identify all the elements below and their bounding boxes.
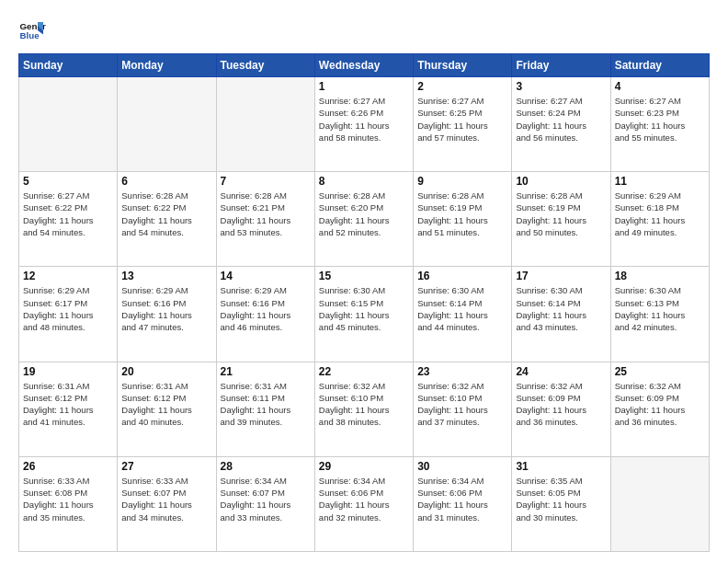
calendar-cell: 24Sunrise: 6:32 AM Sunset: 6:09 PM Dayli… — [512, 362, 610, 456]
day-number: 19 — [23, 365, 113, 378]
weekday-header: Tuesday — [216, 54, 314, 77]
day-number: 25 — [615, 365, 705, 378]
day-detail: Sunrise: 6:29 AM Sunset: 6:16 PM Dayligh… — [221, 284, 311, 333]
day-number: 31 — [516, 460, 606, 473]
day-detail: Sunrise: 6:32 AM Sunset: 6:09 PM Dayligh… — [615, 380, 705, 429]
day-number: 28 — [221, 460, 311, 473]
day-number: 13 — [121, 270, 211, 282]
logo: General Blue — [18, 17, 46, 44]
calendar-cell: 14Sunrise: 6:29 AM Sunset: 6:16 PM Dayli… — [216, 267, 314, 362]
day-number: 30 — [417, 460, 507, 473]
day-detail: Sunrise: 6:34 AM Sunset: 6:06 PM Dayligh… — [417, 475, 507, 523]
day-number: 22 — [319, 365, 409, 378]
day-detail: Sunrise: 6:27 AM Sunset: 6:24 PM Dayligh… — [516, 95, 606, 144]
calendar-cell: 26Sunrise: 6:33 AM Sunset: 6:08 PM Dayli… — [19, 456, 118, 551]
day-number: 3 — [516, 80, 606, 93]
calendar-cell: 12Sunrise: 6:29 AM Sunset: 6:17 PM Dayli… — [19, 267, 118, 362]
weekday-header: Monday — [118, 54, 216, 77]
calendar-cell: 6Sunrise: 6:28 AM Sunset: 6:22 PM Daylig… — [118, 172, 216, 267]
day-detail: Sunrise: 6:34 AM Sunset: 6:07 PM Dayligh… — [221, 475, 311, 523]
calendar-cell — [19, 77, 118, 172]
day-detail: Sunrise: 6:28 AM Sunset: 6:21 PM Dayligh… — [221, 190, 311, 238]
calendar-cell: 13Sunrise: 6:29 AM Sunset: 6:16 PM Dayli… — [118, 267, 216, 362]
day-detail: Sunrise: 6:31 AM Sunset: 6:12 PM Dayligh… — [121, 380, 211, 429]
calendar-cell: 7Sunrise: 6:28 AM Sunset: 6:21 PM Daylig… — [216, 172, 314, 267]
day-number: 17 — [516, 270, 606, 282]
day-detail: Sunrise: 6:34 AM Sunset: 6:06 PM Dayligh… — [319, 475, 409, 523]
day-detail: Sunrise: 6:29 AM Sunset: 6:18 PM Dayligh… — [615, 190, 705, 238]
weekday-header: Wednesday — [314, 54, 413, 77]
day-detail: Sunrise: 6:27 AM Sunset: 6:25 PM Dayligh… — [417, 95, 507, 144]
calendar-cell: 10Sunrise: 6:28 AM Sunset: 6:19 PM Dayli… — [512, 172, 610, 267]
day-number: 5 — [23, 175, 113, 188]
day-number: 1 — [319, 80, 409, 93]
day-detail: Sunrise: 6:29 AM Sunset: 6:17 PM Dayligh… — [23, 284, 113, 333]
calendar-cell: 27Sunrise: 6:33 AM Sunset: 6:07 PM Dayli… — [118, 456, 216, 551]
calendar-cell — [610, 456, 709, 551]
day-number: 2 — [417, 80, 507, 93]
calendar-cell: 18Sunrise: 6:30 AM Sunset: 6:13 PM Dayli… — [610, 267, 709, 362]
day-detail: Sunrise: 6:27 AM Sunset: 6:23 PM Dayligh… — [615, 95, 705, 144]
weekday-header: Sunday — [19, 54, 118, 77]
day-number: 15 — [319, 270, 409, 282]
day-detail: Sunrise: 6:29 AM Sunset: 6:16 PM Dayligh… — [121, 284, 211, 333]
calendar-cell: 2Sunrise: 6:27 AM Sunset: 6:25 PM Daylig… — [414, 77, 512, 172]
calendar-cell: 25Sunrise: 6:32 AM Sunset: 6:09 PM Dayli… — [610, 362, 709, 456]
day-number: 20 — [121, 365, 211, 378]
calendar-cell: 19Sunrise: 6:31 AM Sunset: 6:12 PM Dayli… — [19, 362, 118, 456]
day-detail: Sunrise: 6:30 AM Sunset: 6:14 PM Dayligh… — [417, 284, 507, 333]
calendar-table: SundayMondayTuesdayWednesdayThursdayFrid… — [18, 53, 710, 552]
calendar-cell: 8Sunrise: 6:28 AM Sunset: 6:20 PM Daylig… — [314, 172, 413, 267]
day-number: 7 — [221, 175, 311, 188]
calendar-cell: 21Sunrise: 6:31 AM Sunset: 6:11 PM Dayli… — [216, 362, 314, 456]
day-number: 23 — [417, 365, 507, 378]
weekday-header: Thursday — [414, 54, 512, 77]
svg-text:Blue: Blue — [20, 30, 40, 40]
day-detail: Sunrise: 6:27 AM Sunset: 6:26 PM Dayligh… — [319, 95, 409, 144]
day-detail: Sunrise: 6:30 AM Sunset: 6:15 PM Dayligh… — [319, 284, 409, 333]
calendar-cell: 15Sunrise: 6:30 AM Sunset: 6:15 PM Dayli… — [314, 267, 413, 362]
weekday-header: Saturday — [610, 54, 709, 77]
calendar-cell: 31Sunrise: 6:35 AM Sunset: 6:05 PM Dayli… — [512, 456, 610, 551]
calendar-cell — [216, 77, 314, 172]
day-detail: Sunrise: 6:28 AM Sunset: 6:20 PM Dayligh… — [319, 190, 409, 238]
day-number: 29 — [319, 460, 409, 473]
calendar-cell: 28Sunrise: 6:34 AM Sunset: 6:07 PM Dayli… — [216, 456, 314, 551]
day-detail: Sunrise: 6:28 AM Sunset: 6:19 PM Dayligh… — [516, 190, 606, 238]
calendar-cell: 11Sunrise: 6:29 AM Sunset: 6:18 PM Dayli… — [610, 172, 709, 267]
day-number: 24 — [516, 365, 606, 378]
calendar-cell: 30Sunrise: 6:34 AM Sunset: 6:06 PM Dayli… — [414, 456, 512, 551]
day-number: 18 — [615, 270, 705, 282]
day-number: 26 — [23, 460, 113, 473]
day-detail: Sunrise: 6:32 AM Sunset: 6:10 PM Dayligh… — [417, 380, 507, 429]
calendar-cell — [118, 77, 216, 172]
calendar-cell: 17Sunrise: 6:30 AM Sunset: 6:14 PM Dayli… — [512, 267, 610, 362]
day-number: 16 — [417, 270, 507, 282]
day-number: 14 — [221, 270, 311, 282]
calendar-cell: 4Sunrise: 6:27 AM Sunset: 6:23 PM Daylig… — [610, 77, 709, 172]
calendar-cell: 5Sunrise: 6:27 AM Sunset: 6:22 PM Daylig… — [19, 172, 118, 267]
day-detail: Sunrise: 6:31 AM Sunset: 6:11 PM Dayligh… — [221, 380, 311, 429]
calendar-cell: 29Sunrise: 6:34 AM Sunset: 6:06 PM Dayli… — [314, 456, 413, 551]
day-number: 10 — [516, 175, 606, 188]
day-number: 12 — [23, 270, 113, 282]
day-number: 8 — [319, 175, 409, 188]
header: General Blue — [18, 17, 710, 44]
day-detail: Sunrise: 6:28 AM Sunset: 6:22 PM Dayligh… — [121, 190, 211, 238]
logo-icon: General Blue — [18, 17, 46, 44]
day-detail: Sunrise: 6:32 AM Sunset: 6:09 PM Dayligh… — [516, 380, 606, 429]
calendar-cell: 16Sunrise: 6:30 AM Sunset: 6:14 PM Dayli… — [414, 267, 512, 362]
day-detail: Sunrise: 6:33 AM Sunset: 6:07 PM Dayligh… — [121, 475, 211, 523]
day-detail: Sunrise: 6:27 AM Sunset: 6:22 PM Dayligh… — [23, 190, 113, 238]
day-number: 9 — [417, 175, 507, 188]
calendar-cell: 9Sunrise: 6:28 AM Sunset: 6:19 PM Daylig… — [414, 172, 512, 267]
page: General Blue SundayMondayTuesdayWednesda… — [0, 0, 728, 563]
calendar-cell: 20Sunrise: 6:31 AM Sunset: 6:12 PM Dayli… — [118, 362, 216, 456]
day-detail: Sunrise: 6:31 AM Sunset: 6:12 PM Dayligh… — [23, 380, 113, 429]
day-detail: Sunrise: 6:28 AM Sunset: 6:19 PM Dayligh… — [417, 190, 507, 238]
weekday-header: Friday — [512, 54, 610, 77]
day-number: 4 — [615, 80, 705, 93]
day-detail: Sunrise: 6:33 AM Sunset: 6:08 PM Dayligh… — [23, 475, 113, 523]
calendar-cell: 22Sunrise: 6:32 AM Sunset: 6:10 PM Dayli… — [314, 362, 413, 456]
calendar-cell: 1Sunrise: 6:27 AM Sunset: 6:26 PM Daylig… — [314, 77, 413, 172]
